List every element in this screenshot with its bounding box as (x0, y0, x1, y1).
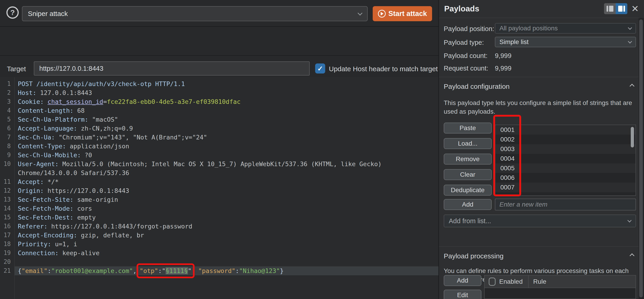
request-line-text: Origin: https://127.0.0.1:8443 (14, 186, 129, 195)
collapse-section-icon[interactable] (630, 252, 634, 258)
request-line-text: Connection: keep-alive (14, 249, 100, 258)
attack-config-pane: ? Sniper attack Start attack Target http… (0, 0, 438, 299)
processing-add-button[interactable]: Add (444, 275, 482, 286)
line-number: 13 (0, 195, 14, 204)
line-number: 5 (0, 115, 14, 124)
paste-button[interactable]: Paste (444, 123, 492, 134)
panel-scrollbar-thumb[interactable] (639, 19, 643, 298)
request-line-text: Accept-Language: zh-CN,zh;q=0.9 (14, 124, 133, 133)
new-item-input[interactable]: Enter a new item (495, 199, 636, 210)
panel-scrollbar[interactable] (638, 18, 644, 299)
rules-table-header: Enabled Rule (484, 276, 636, 288)
request-editor[interactable]: 1POST /identity/api/auth/v3/check-otp HT… (0, 77, 438, 299)
request-line[interactable]: 15Sec-Fetch-Dest: empty (0, 213, 438, 222)
payload-configuration-header: Payload configuration (444, 83, 510, 90)
divider (439, 77, 640, 77)
request-line[interactable]: 3Cookie: chat_session_id=fce22fa8-ebb0-4… (0, 97, 438, 106)
add-item-button[interactable]: Add (444, 199, 492, 210)
payload-position-label: Payload position: (444, 25, 494, 33)
request-line[interactable]: 4Content-Length: 68 (0, 106, 438, 115)
positions-toolbar: Positions Add § Clear § Auto § (0, 56, 438, 77)
line-number: 12 (0, 186, 14, 195)
select-all-checkbox[interactable] (489, 278, 496, 286)
request-line[interactable]: 21{"email":"robot001@example.com","otp":… (0, 266, 438, 275)
deduplicate-button[interactable]: Deduplicate (444, 185, 492, 196)
request-line-text: Priority: u=1, i (14, 240, 77, 249)
burp-intruder-window: ? Sniper attack Start attack Target http… (0, 0, 644, 299)
request-line[interactable]: 18Priority: u=1, i (0, 240, 438, 249)
request-line[interactable]: 9Sec-Ch-Ua-Mobile: ?0 (0, 151, 438, 160)
rule-column-header: Rule (533, 278, 546, 285)
line-number: 6 (0, 124, 14, 133)
request-line-text: Accept: */* (14, 177, 59, 186)
request-line-text: {"email":"robot001@example.com","otp":"§… (14, 266, 284, 275)
request-line[interactable]: 5Sec-Ch-Ua-Platform: "macOS" (0, 115, 438, 124)
target-row: Target https://127.0.0.1:8443 ✓ Update H… (0, 27, 438, 56)
request-line[interactable]: 12Origin: https://127.0.0.1:8443 (0, 186, 438, 195)
line-number: 1 (0, 79, 14, 88)
request-line[interactable]: 14Sec-Fetch-Mode: cors (0, 204, 438, 213)
close-icon[interactable]: ✕ (631, 3, 639, 14)
attack-type-dropdown[interactable]: Sniper attack (22, 6, 368, 21)
request-line[interactable]: 11Accept: */* (0, 177, 438, 186)
layout-wide-icon[interactable] (616, 3, 627, 14)
request-line[interactable]: 1POST /identity/api/auth/v3/check-otp HT… (0, 79, 438, 88)
request-count-value: 9,999 (495, 65, 512, 72)
line-number: 18 (0, 240, 14, 249)
request-line[interactable]: 16Referer: https://127.0.0.1:8443/forgot… (0, 222, 438, 231)
request-line-text: Referer: https://127.0.0.1:8443/forgot-p… (14, 222, 192, 231)
red-annotation-box-otp: "otp":"§1111§" (136, 263, 194, 278)
start-attack-button[interactable]: Start attack (373, 6, 432, 21)
new-item-placeholder: Enter a new item (500, 201, 548, 208)
add-from-list-dropdown[interactable]: Add from list... (444, 215, 636, 227)
payload-position-dropdown[interactable]: All payload positions (495, 23, 636, 33)
request-line[interactable]: 19Connection: keep-alive (0, 249, 438, 258)
collapse-section-icon[interactable] (630, 83, 634, 89)
request-line-text: Sec-Ch-Ua-Platform: "macOS" (14, 115, 118, 124)
request-line[interactable]: 10User-Agent: Mozilla/5.0 (Macintosh; In… (0, 160, 438, 168)
request-line-text: Accept-Encoding: gzip, deflate, br (14, 231, 144, 240)
line-number: 10 (0, 160, 14, 168)
request-line-text: Chrome/143.0.0.0 Safari/537.36 (14, 168, 129, 177)
line-number: 17 (0, 231, 14, 240)
layout-narrow-icon[interactable] (604, 3, 616, 14)
request-line-text: POST /identity/api/auth/v3/check-otp HTT… (14, 79, 185, 88)
line-number: 11 (0, 177, 14, 186)
request-line[interactable]: 2Host: 127.0.0.1:8443 (0, 88, 438, 97)
request-line-text: Sec-Ch-Ua-Mobile: ?0 (14, 151, 92, 160)
payload-processing-header: Payload processing (444, 252, 504, 260)
payload-list-scrollbar[interactable] (631, 127, 634, 147)
clear-button[interactable]: Clear (444, 169, 492, 180)
processing-edit-button[interactable]: Edit (444, 290, 482, 299)
request-line[interactable]: 17Accept-Encoding: gzip, deflate, br (0, 231, 438, 240)
remove-button[interactable]: Remove (444, 154, 492, 165)
red-annotation-box-list (493, 115, 521, 196)
payload-configuration-description: This payload type lets you configure a s… (444, 99, 633, 116)
column-divider (528, 275, 529, 288)
request-count-label: Request count: (444, 65, 488, 72)
line-number: 16 (0, 222, 14, 231)
request-line-text: Sec-Ch-Ua: "Chromium";v="143", "Not A(Br… (14, 133, 207, 142)
chevron-down-icon (358, 10, 362, 15)
payload-type-value: Simple list (500, 38, 529, 46)
payloads-panel: Payloads ✕ Payload position: All payload… (438, 0, 644, 299)
help-icon[interactable]: ? (6, 6, 19, 19)
divider (439, 247, 640, 247)
request-line-text: Cookie: chat_session_id=fce22fa8-ebb0-4d… (14, 97, 240, 106)
load-button[interactable]: Load... (444, 138, 492, 149)
request-line[interactable]: Chrome/143.0.0.0 Safari/537.36 (0, 168, 438, 177)
request-line-text: Content-Length: 68 (14, 106, 85, 115)
line-number: 7 (0, 133, 14, 142)
request-line[interactable]: 8Content-Type: application/json (0, 142, 438, 151)
divider (439, 18, 640, 18)
payload-type-dropdown[interactable]: Simple list (495, 37, 636, 47)
line-number: 9 (0, 151, 14, 160)
add-from-list-label: Add from list... (449, 217, 491, 225)
payload-type-label: Payload type: (444, 39, 484, 46)
request-line[interactable]: 13Sec-Fetch-Site: same-origin (0, 195, 438, 204)
request-line[interactable]: 6Accept-Language: zh-CN,zh;q=0.9 (0, 124, 438, 133)
request-line[interactable]: 20 (0, 258, 438, 266)
request-line-text: User-Agent: Mozilla/5.0 (Macintosh; Inte… (14, 160, 382, 168)
request-line[interactable]: 7Sec-Ch-Ua: "Chromium";v="143", "Not A(B… (0, 133, 438, 142)
request-line-text: Sec-Fetch-Site: same-origin (14, 195, 118, 204)
